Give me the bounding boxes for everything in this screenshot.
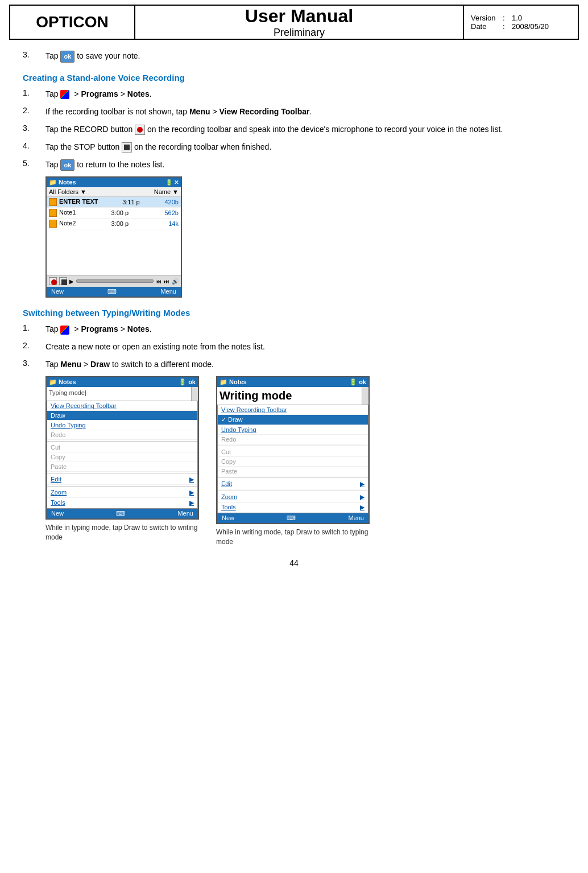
- step-number: 2.: [23, 341, 45, 350]
- step-number: 1.: [23, 323, 45, 332]
- row-time: 3:00 p: [103, 209, 129, 216]
- step-text: If the recording toolbar is not shown, t…: [45, 106, 565, 118]
- step-number: 3.: [23, 50, 45, 59]
- voice-step-5: 5. Tap ok to return to the notes list.: [23, 159, 565, 171]
- writing-mode-caption: While in writing mode, tap Draw to switc…: [216, 528, 381, 547]
- wm-row[interactable]: Note1 3:00 p 562b: [47, 208, 181, 219]
- bottom-new[interactable]: New: [51, 288, 64, 295]
- wm-recording-toolbar: ▶ ⏮ ⏭ 🔊: [47, 275, 181, 287]
- wm-empty-area: [47, 229, 181, 275]
- voice-step-2: 2. If the recording toolbar is not shown…: [23, 106, 565, 118]
- typing-mode-caption: While in typing mode, tap Draw to switch…: [45, 523, 210, 542]
- windows-logo-icon: [60, 90, 69, 99]
- menu-item-edit[interactable]: Edit▶: [218, 479, 368, 489]
- wm-titlebar: 📁 Notes 🔋 ✕: [47, 178, 181, 187]
- menu-separator: [47, 486, 197, 487]
- menu-separator: [47, 473, 197, 473]
- menu-item-undo[interactable]: Undo Typing: [47, 421, 197, 430]
- menu-item-copy: Copy: [47, 452, 197, 462]
- wm-bottom-bar: New ⌨ Menu: [217, 513, 368, 523]
- step-number: 3.: [23, 359, 45, 368]
- menu-item-redo: Redo: [47, 430, 197, 440]
- bottom-keyboard-icon[interactable]: ⌨: [287, 514, 296, 522]
- step-number: 1.: [23, 88, 45, 97]
- toolbar-record-icon[interactable]: [49, 277, 57, 285]
- wm-menu-main: Typing mode| View Recording Toolbar Draw…: [47, 387, 198, 509]
- step-text: Tap the RECORD button on the recording t…: [45, 123, 565, 135]
- title-main: User Manual: [245, 6, 353, 27]
- step-number: 2.: [23, 106, 45, 115]
- wm-title: 📁 Notes: [49, 179, 76, 186]
- wm-row[interactable]: ENTER TEXT 3:11 p 420b: [47, 197, 181, 208]
- toolbar-slider[interactable]: [76, 279, 154, 283]
- bottom-new[interactable]: New: [51, 510, 64, 517]
- toolbar-sound-icon[interactable]: 🔊: [172, 278, 179, 285]
- switch-step-2: 2. Create a new note or open an existing…: [23, 341, 565, 353]
- menu-item-undo[interactable]: Undo Typing: [218, 425, 368, 435]
- ok-button-inline: ok: [60, 51, 74, 63]
- wm-bottom-bar: New ⌨ Menu: [47, 509, 198, 518]
- date-value: 2008/05/20: [512, 22, 549, 31]
- menu-item-copy: Copy: [218, 457, 368, 467]
- typing-mode-screen: 📁 Notes 🔋 ok Typing mode| View Recording…: [45, 376, 199, 520]
- menu-item-zoom[interactable]: Zoom▶: [47, 488, 197, 498]
- scroll-bar: [362, 387, 368, 405]
- toolbar-stop-icon[interactable]: [59, 277, 67, 285]
- page-content: 3. Tap ok to save your note. Creating a …: [0, 44, 588, 579]
- bottom-menu[interactable]: Menu: [348, 514, 364, 522]
- bottom-menu[interactable]: Menu: [177, 510, 193, 517]
- name-sort[interactable]: Name ▼: [154, 188, 179, 195]
- wm-row[interactable]: Note2 3:00 p 14k: [47, 219, 181, 229]
- wm-dropdown: View Recording Toolbar Draw Undo Typing …: [47, 401, 198, 509]
- step-text: Create a new note or open an existing no…: [45, 341, 565, 353]
- bottom-keyboard-icon[interactable]: ⌨: [116, 510, 125, 517]
- bottom-keyboard-icon[interactable]: ⌨: [107, 288, 117, 295]
- wm-notes-title: 📁 Notes: [49, 378, 76, 386]
- mode-screenshots-row: 📁 Notes 🔋 ok Typing mode| View Recording…: [45, 376, 565, 547]
- section-heading-voice: Creating a Stand-alone Voice Recording: [23, 73, 565, 83]
- row-time: 3:11 p: [114, 199, 140, 205]
- menu-item-zoom[interactable]: Zoom▶: [218, 492, 368, 503]
- note-icon: [49, 220, 57, 228]
- menu-item-draw[interactable]: ✓ Draw: [218, 415, 368, 425]
- version-value: 1.0: [512, 14, 522, 22]
- menu-item-view-recording[interactable]: View Recording Toolbar: [47, 401, 197, 411]
- menu-item-cut: Cut: [218, 447, 368, 457]
- stop-icon: [122, 142, 132, 153]
- writing-mode-label: Writing mode: [220, 389, 292, 402]
- step-text: Tap ok to save your note.: [45, 50, 565, 63]
- wm-menu-main: Writing mode View Recording Toolbar ✓ Dr…: [217, 387, 368, 513]
- note-icon: [49, 209, 57, 217]
- menu-item-redo: Redo: [218, 435, 368, 444]
- voice-step-1: 1. Tap > Programs > Notes.: [23, 88, 565, 100]
- toolbar-next-icon[interactable]: ⏭: [164, 278, 169, 285]
- menu-item-tools[interactable]: Tools▶: [47, 498, 197, 508]
- toolbar-play-icon[interactable]: ▶: [69, 278, 74, 285]
- version-label: Version: [471, 14, 499, 22]
- wm-menu-body: Writing mode View Recording Toolbar ✓ Dr…: [217, 387, 368, 513]
- voice-step-3: 3. Tap the RECORD button on the recordin…: [23, 123, 565, 135]
- document-meta: Version : 1.0 Date : 2008/05/20: [464, 6, 578, 39]
- record-icon: [135, 125, 145, 135]
- row-time: 3:00 p: [103, 220, 129, 227]
- typing-mode-screenshot-col: 📁 Notes 🔋 ok Typing mode| View Recording…: [45, 376, 210, 547]
- wm-notes-title: 📁 Notes: [220, 378, 247, 386]
- writing-mode-screenshot-col: 📁 Notes 🔋 ok Writing mode View Recording…: [216, 376, 381, 547]
- date-label: Date: [471, 22, 499, 31]
- menu-item-view-recording[interactable]: View Recording Toolbar: [218, 405, 368, 415]
- windows-logo-icon: [60, 326, 69, 335]
- menu-item-paste: Paste: [47, 462, 197, 472]
- step-text: Tap > Programs > Notes.: [45, 88, 565, 100]
- bottom-menu[interactable]: Menu: [160, 288, 176, 295]
- menu-item-tools[interactable]: Tools▶: [218, 503, 368, 513]
- wm-menu-titlebar: 📁 Notes 🔋 ok: [47, 377, 198, 387]
- row-size: 562b: [156, 209, 179, 216]
- row-size: 14k: [156, 220, 179, 227]
- bottom-new[interactable]: New: [222, 514, 234, 522]
- menu-item-edit[interactable]: Edit▶: [47, 475, 197, 485]
- ok-button-inline: ok: [60, 159, 74, 171]
- toolbar-prev-icon[interactable]: ⏮: [156, 278, 162, 285]
- wm-title-icons: 🔋 ✕: [165, 179, 179, 186]
- folder-dropdown[interactable]: All Folders ▼: [49, 188, 86, 195]
- menu-item-draw[interactable]: Draw: [47, 411, 197, 421]
